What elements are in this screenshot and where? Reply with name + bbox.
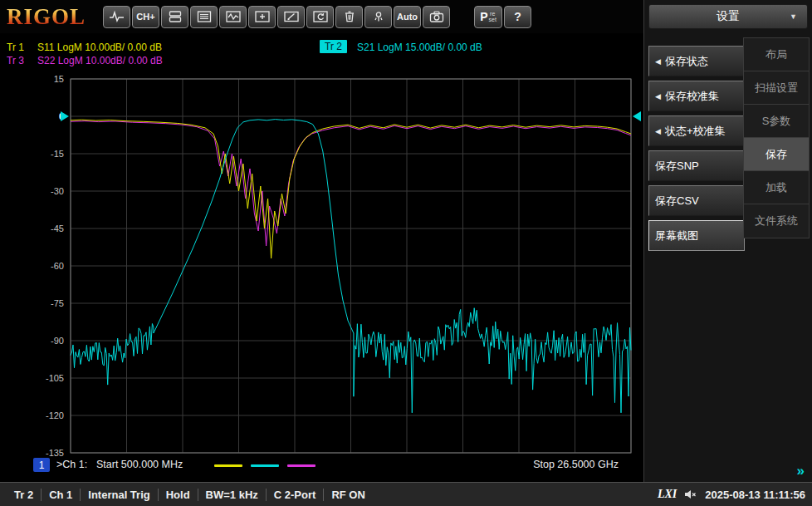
- tab-sweep-setup[interactable]: 扫描设置: [744, 71, 809, 105]
- trace-window-icon: [225, 10, 242, 23]
- rigol-logo: RIGOL: [7, 4, 96, 30]
- start-frequency-label: Start 500.000 MHz: [96, 458, 183, 472]
- save-menu: ◀ 保存状态 ◀ 保存校准集 ◀ 状态+校准集 保存SNP 保存CSV 屏幕截图: [648, 46, 745, 255]
- menu-item-label: 保存SNP: [655, 159, 699, 174]
- recall-channel-icon: [312, 10, 329, 23]
- svg-text:-30: -30: [51, 186, 64, 196]
- tab-layout[interactable]: 布局: [744, 38, 809, 71]
- help-label: ?: [514, 10, 521, 23]
- tab-label: 文件系统: [755, 214, 798, 228]
- menu-state-plus-cal-set[interactable]: ◀ 状态+校准集: [648, 115, 745, 146]
- trace1-id[interactable]: Tr 1: [7, 42, 24, 53]
- screenshot-button[interactable]: [423, 6, 450, 28]
- window-layout-button[interactable]: [161, 6, 188, 28]
- s11-trace-swatch: [214, 464, 242, 467]
- chart-area[interactable]: 150-15-30-45-60-75-90-105-120-135 Tr 1 S…: [0, 33, 643, 482]
- menu-item-label: 保存状态: [665, 54, 708, 69]
- delete-button[interactable]: [335, 6, 363, 28]
- tab-label: 布局: [766, 47, 787, 62]
- settings-menu-header[interactable]: 设置 ▼: [648, 4, 808, 29]
- status-bar: Tr 2 Ch 1 Internal Trig Hold BW=1 kHz C …: [0, 482, 812, 506]
- svg-text:15: 15: [54, 74, 64, 84]
- trace-window-button[interactable]: [219, 6, 247, 28]
- trace2-active-badge[interactable]: Tr 2: [320, 40, 347, 53]
- settings-title: 设置: [717, 9, 740, 24]
- tab-s-params[interactable]: S参数: [744, 105, 809, 138]
- tab-file-system[interactable]: 文件系统: [744, 204, 809, 238]
- new-window-button[interactable]: [248, 6, 276, 28]
- status-cal-ports: C 2-Port: [266, 489, 324, 501]
- auto-label: Auto: [397, 12, 418, 22]
- edit-window-icon: [283, 10, 300, 23]
- preset-button[interactable]: P re set: [474, 6, 502, 28]
- menu-collapse-icon[interactable]: »: [797, 463, 805, 479]
- clock: 2025-08-13 11:11:56: [705, 489, 805, 501]
- status-trigger: Internal Trig: [80, 489, 157, 501]
- svg-text:-120: -120: [46, 410, 64, 420]
- channel-label: >Ch 1:: [56, 458, 87, 472]
- trace3-id[interactable]: Tr 3: [7, 55, 24, 66]
- menu-save-csv[interactable]: 保存CSV: [648, 185, 745, 216]
- list-icon: [196, 10, 213, 23]
- camera-icon: [428, 10, 445, 23]
- preset-label-re: re: [489, 11, 496, 17]
- menu-save-snp[interactable]: 保存SNP: [648, 150, 745, 181]
- trash-icon: [341, 10, 358, 23]
- submenu-arrow-icon: ◀: [655, 92, 661, 101]
- edit-window-button[interactable]: [277, 6, 305, 28]
- channel-badge[interactable]: 1: [33, 458, 50, 472]
- preset-label-set: set: [489, 17, 496, 22]
- tab-label: S参数: [762, 114, 791, 129]
- menu-save-state[interactable]: ◀ 保存状态: [648, 46, 745, 76]
- tab-label: 加载: [766, 180, 787, 195]
- status-channel: Ch 1: [41, 489, 80, 501]
- stop-frequency-label: Stop 26.5000 GHz: [533, 458, 619, 472]
- tab-load[interactable]: 加载: [744, 171, 809, 204]
- lxi-logo: LXI: [658, 488, 677, 501]
- status-trace: Tr 2: [7, 489, 41, 501]
- s22-trace-swatch: [287, 464, 316, 467]
- tab-label: 扫描设置: [755, 81, 798, 96]
- window-layout-icon: [167, 10, 183, 23]
- touch-button[interactable]: [364, 6, 392, 28]
- sidebar-tabs: 布局 扫描设置 S参数 保存 加载 文件系统: [743, 37, 810, 238]
- tab-save[interactable]: 保存: [744, 138, 809, 171]
- auto-scale-button[interactable]: Auto: [394, 6, 421, 28]
- menu-item-label: 保存校准集: [665, 89, 719, 104]
- chevron-down-icon: ▼: [790, 12, 797, 21]
- channel-add-button[interactable]: CH+: [132, 6, 159, 28]
- svg-text:-15: -15: [51, 149, 64, 159]
- channel-add-label: CH+: [136, 12, 154, 22]
- svg-text:-45: -45: [51, 224, 64, 233]
- menu-item-label: 屏幕截图: [655, 228, 698, 243]
- vna-screen: RIGOL CH+ Auto: [0, 0, 812, 506]
- help-button[interactable]: ?: [504, 6, 531, 28]
- menu-screenshot[interactable]: 屏幕截图: [648, 220, 745, 251]
- tab-label: 保存: [766, 147, 787, 162]
- list-button[interactable]: [190, 6, 218, 28]
- menu-save-cal-set[interactable]: ◀ 保存校准集: [648, 81, 745, 111]
- speaker-muted-icon: [684, 489, 697, 500]
- svg-text:-135: -135: [46, 448, 64, 458]
- measure-icon: [109, 10, 125, 23]
- preset-label-p: P: [480, 10, 487, 23]
- touch-icon: [370, 10, 387, 23]
- svg-text:-105: -105: [46, 373, 64, 383]
- s21-trace-swatch: [251, 464, 279, 467]
- status-if-bandwidth: BW=1 kHz: [198, 489, 266, 501]
- new-window-icon: [254, 10, 271, 23]
- trace3-label[interactable]: S22 LogM 10.00dB/ 0.00 dB: [37, 55, 163, 66]
- svg-text:-60: -60: [51, 261, 64, 271]
- measure-button[interactable]: [103, 6, 130, 28]
- status-rf: RF ON: [323, 489, 372, 501]
- settings-sidebar: 设置 ▼ ◀ 保存状态 ◀ 保存校准集 ◀ 状态+校准集 保存SNP 保存CSV: [643, 0, 812, 482]
- chart-svg[interactable]: 150-15-30-45-60-75-90-105-120-135: [0, 33, 643, 482]
- svg-text:-90: -90: [51, 336, 64, 346]
- trace2-label[interactable]: S21 LogM 15.00dB/ 0.00 dB: [357, 42, 482, 53]
- recall-channel-button[interactable]: [306, 6, 334, 28]
- status-sweep-hold: Hold: [158, 489, 198, 501]
- submenu-arrow-icon: ◀: [655, 127, 661, 135]
- submenu-arrow-icon: ◀: [655, 57, 661, 66]
- menu-item-label: 保存CSV: [655, 194, 699, 209]
- trace1-label[interactable]: S11 LogM 10.00dB/ 0.00 dB: [37, 42, 162, 53]
